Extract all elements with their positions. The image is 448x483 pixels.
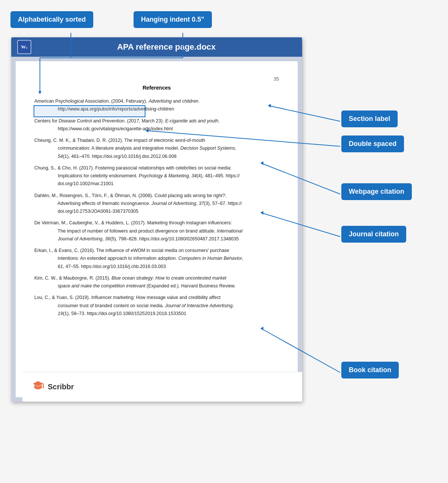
ref-entry-american: American Psychological Association. (200…	[34, 97, 279, 113]
word-page: 35 References American Psychological Ass…	[16, 61, 298, 397]
svg-point-0	[43, 387, 44, 388]
ref-entry-chung: Chung, S., & Cho, H. (2017). Fostering p…	[34, 164, 279, 188]
ref-entry-dahlen: Dahlén, M., Rosengren, S., Törn, F., & Ö…	[34, 192, 279, 216]
label-journal-citation: Journal citation	[341, 226, 406, 243]
scribbr-footer: Scribbr	[22, 372, 302, 402]
label-section-label: Section label	[341, 110, 398, 127]
label-book-citation: Book citation	[341, 362, 399, 378]
scribbr-icon	[31, 379, 45, 395]
label-double-spaced: Double spaced	[341, 135, 404, 152]
word-icon: W≡	[17, 40, 31, 54]
label-webpage-citation: Webpage citation	[341, 183, 412, 200]
word-titlebar: W≡ APA reference page.docx	[11, 37, 302, 57]
word-app: W≡ APA reference page.docx 35 References…	[11, 37, 302, 402]
ref-entry-cheung: Cheung, C. M. K., & Thadani, D. R. (2012…	[34, 137, 279, 161]
page-number: 35	[34, 76, 279, 82]
ref-entry-centers: Centers for Disease Control and Preventi…	[34, 117, 279, 133]
references-heading: References	[34, 85, 279, 91]
outer-container: Alphabetically sorted Hanging indent 0.5…	[0, 0, 448, 483]
word-content: 35 References American Psychological Ass…	[11, 57, 302, 402]
scribbr-logo: Scribbr	[31, 379, 74, 395]
label-hanging-indent: Hanging indent 0.5"	[134, 11, 212, 28]
ref-entry-lou: Lou, C., & Yuan, S. (2019). Influencer m…	[34, 294, 279, 318]
ref-entry-deveirman: De Veirman, M., Cauberghe, V., & Hudders…	[34, 219, 279, 243]
word-title: APA reference page.docx	[37, 42, 296, 52]
scribbr-name: Scribbr	[48, 383, 74, 391]
ref-entry-kim: Kim, C. W., & Mauborgne, R. (2015). Blue…	[34, 274, 279, 290]
label-alphabetically-sorted: Alphabetically sorted	[10, 11, 93, 28]
ref-entry-erkan: Erkan, I., & Evans, C. (2016). The influ…	[34, 247, 279, 271]
